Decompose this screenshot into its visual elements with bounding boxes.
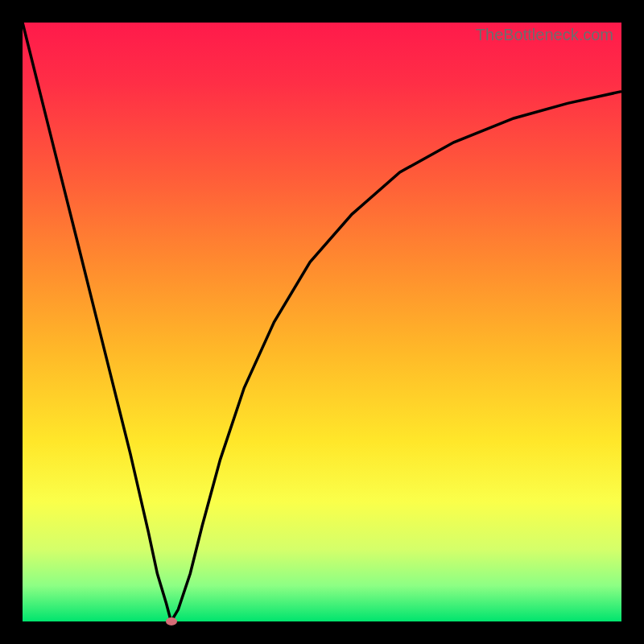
chart-frame: TheBottleneck.com [0, 0, 644, 644]
curve-path [23, 23, 621, 621]
optimal-point-marker [166, 617, 177, 625]
plot-area: TheBottleneck.com [23, 23, 621, 621]
bottleneck-curve [23, 23, 621, 621]
